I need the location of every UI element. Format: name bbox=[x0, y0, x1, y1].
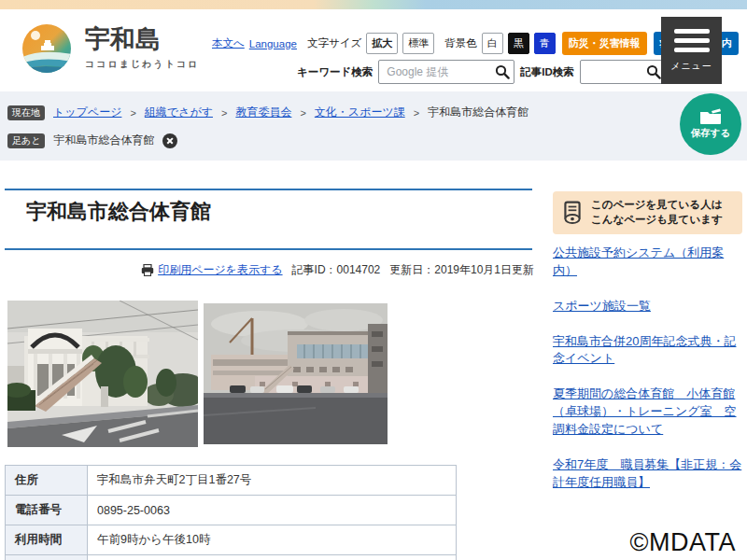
breadcrumb-separator: > bbox=[414, 107, 419, 119]
printer-icon bbox=[141, 264, 154, 276]
breadcrumb-link-org[interactable]: 組織でさがす bbox=[145, 105, 213, 120]
menu-button-label: メニュー bbox=[670, 60, 712, 73]
title-rule-bottom bbox=[5, 248, 532, 250]
breadcrumb-current-page: 宇和島市総合体育館 bbox=[428, 105, 529, 120]
site-logo[interactable]: 宇和島 ココロまじわうトコロ bbox=[21, 22, 199, 75]
header-search-row: キーワード検索 記事ID検索 bbox=[297, 60, 666, 84]
table-row: 利用時間 午前9時から午後10時 bbox=[6, 525, 457, 555]
breadcrumb: 現在地 トップページ > 組織でさがす > 教育委員会 > 文化・スポーツ課 >… bbox=[7, 105, 529, 120]
related-link-staff-recruitment[interactable]: 令和7年度 職員募集【非正規：会計年度任用職員】 bbox=[553, 456, 742, 492]
table-row: 住所 宇和島市弁天町2丁目1番27号 bbox=[6, 466, 457, 496]
font-size-enlarge-button[interactable]: 拡大 bbox=[366, 33, 398, 54]
updated-date: 更新日：2019年10月1日更新 bbox=[389, 262, 534, 278]
table-row: 電話番号 0895-25-0063 bbox=[6, 496, 457, 525]
facility-info-table: 住所 宇和島市弁天町2丁目1番27号 電話番号 0895-25-0063 利用時… bbox=[5, 465, 457, 560]
footprint-badge: 足あと bbox=[7, 133, 45, 148]
page: 宇和島 ココロまじわうトコロ 本文へ Language 文字サイズ 拡大 標準 … bbox=[0, 0, 747, 560]
breadcrumb-separator: > bbox=[300, 107, 305, 119]
save-button-label: 保存する bbox=[691, 127, 731, 140]
header-utility-row: 本文へ Language 文字サイズ 拡大 標準 背景色 白 黒 青 防災・災害… bbox=[212, 32, 739, 55]
bg-color-label: 背景色 bbox=[444, 36, 477, 50]
hamburger-icon bbox=[674, 29, 710, 34]
row-label: 利用時間 bbox=[6, 525, 88, 555]
font-size-standard-button[interactable]: 標準 bbox=[402, 33, 434, 54]
breadcrumb-separator: > bbox=[221, 107, 227, 119]
bg-black-button[interactable]: 黒 bbox=[508, 33, 529, 54]
bg-white-button[interactable]: 白 bbox=[482, 33, 503, 54]
row-value: 午前9時から午後10時 bbox=[88, 525, 457, 555]
bg-blue-button[interactable]: 青 bbox=[534, 33, 556, 54]
row-value bbox=[88, 555, 457, 560]
row-value: 宇和島市弁天町2丁目1番27号 bbox=[88, 466, 457, 496]
article-id-search-box bbox=[580, 60, 666, 84]
top-gradient-band bbox=[0, 0, 747, 9]
keyword-search-box bbox=[378, 60, 514, 84]
article-id: 記事ID：0014702 bbox=[292, 262, 381, 278]
language-link[interactable]: Language bbox=[249, 38, 297, 49]
related-pages-heading-box: このページを見ている人は こんなページも見ています bbox=[553, 191, 742, 234]
footprint-row: 足あと 宇和島市総合体育館 bbox=[7, 133, 177, 148]
page-views-icon bbox=[560, 201, 585, 225]
breadcrumb-link-culture-sports[interactable]: 文化・スポーツ課 bbox=[315, 105, 405, 120]
related-link-sports-facilities[interactable]: スポーツ施設一覧 bbox=[553, 298, 742, 315]
skip-to-content-link[interactable]: 本文へ bbox=[212, 36, 245, 50]
site-title: 宇和島 bbox=[85, 26, 199, 54]
search-icon[interactable] bbox=[495, 64, 510, 79]
related-links-list: 公共施設予約システム（利用案内） スポーツ施設一覧 宇和島市合併20周年記念式典… bbox=[553, 245, 742, 491]
keyword-search-label: キーワード検索 bbox=[297, 65, 373, 79]
article-meta-row: 印刷用ページを表示する 記事ID：0014702 更新日：2019年10月1日更… bbox=[5, 262, 534, 278]
print-page-link[interactable]: 印刷用ページを表示する bbox=[141, 262, 282, 278]
disaster-info-button[interactable]: 防災・災害情報 bbox=[562, 32, 647, 55]
row-label: 住所 bbox=[6, 466, 88, 496]
article-id-search-label: 記事ID検索 bbox=[520, 65, 574, 79]
table-row bbox=[6, 555, 457, 560]
logo-text: 宇和島 ココロまじわうトコロ bbox=[85, 26, 199, 72]
mdata-watermark: ©MDATA bbox=[630, 528, 736, 557]
site-tagline: ココロまじわうトコロ bbox=[85, 58, 199, 71]
breadcrumb-link-top[interactable]: トップページ bbox=[53, 105, 121, 120]
related-link-anniversary-event[interactable]: 宇和島市合併20周年記念式典・記念イベント bbox=[553, 333, 742, 369]
page-title: 宇和島市総合体育館 bbox=[26, 198, 211, 226]
gymnasium-side-photo bbox=[204, 303, 388, 444]
breadcrumb-area: 現在地 トップページ > 組織でさがす > 教育委員会 > 文化・スポーツ課 >… bbox=[0, 91, 747, 161]
gymnasium-front-photo bbox=[7, 301, 198, 447]
footprint-item: 宇和島市総合体育館 bbox=[53, 133, 154, 148]
folder-icon bbox=[699, 108, 722, 124]
row-value: 0895-25-0063 bbox=[88, 496, 457, 525]
footprint-close-icon[interactable] bbox=[162, 133, 177, 148]
save-page-button[interactable]: 保存する bbox=[680, 93, 741, 155]
row-label: 電話番号 bbox=[6, 496, 88, 525]
search-icon[interactable] bbox=[646, 64, 661, 79]
current-location-badge: 現在地 bbox=[7, 105, 45, 120]
row-label bbox=[6, 555, 88, 560]
related-link-reservation-system[interactable]: 公共施設予約システム（利用案内） bbox=[553, 245, 742, 280]
site-header: 宇和島 ココロまじわうトコロ 本文へ Language 文字サイズ 拡大 標準 … bbox=[0, 9, 747, 91]
related-link-aircon-fees[interactable]: 夏季期間の総合体育館 小体育館（卓球場）・トレーニング室 空調料金設定について bbox=[553, 385, 742, 439]
related-pages-heading: このページを見ている人は こんなページも見ています bbox=[591, 198, 723, 227]
font-size-label: 文字サイズ bbox=[307, 36, 361, 50]
breadcrumb-link-board[interactable]: 教育委員会 bbox=[235, 105, 291, 120]
title-rule-top bbox=[5, 189, 532, 190]
menu-button[interactable]: メニュー bbox=[661, 17, 722, 84]
print-link-label: 印刷用ページを表示する bbox=[158, 262, 282, 278]
uwajima-logo-icon bbox=[21, 22, 73, 75]
breadcrumb-separator: > bbox=[130, 107, 135, 119]
